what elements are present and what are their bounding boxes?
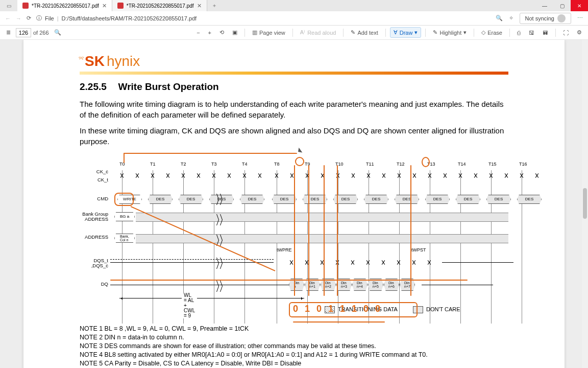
tick-label: T1 [150, 162, 156, 167]
annotation-bits: 01011100 [293, 304, 380, 313]
tab-title: *TR-20210526220855017.pdf [127, 3, 194, 9]
fullscreen-button[interactable]: ⛶ [560, 28, 572, 37]
cmd-cell: DES [486, 195, 511, 204]
tab-close-button[interactable]: ✕ [197, 3, 202, 9]
info-icon: ⓘ [36, 14, 42, 22]
sync-button[interactable]: Not syncing [520, 13, 571, 24]
address-bar: ← → ⟳ ⓘ File | D:/Stuff/datasheets/RAM/T… [0, 11, 588, 26]
cmd-cell: DES [456, 195, 480, 204]
window-titlebar: ▭ *TR-20210526220855017.pdf ✕ *TR-202105… [0, 0, 588, 11]
browser-tab-1[interactable]: *TR-20210526220855017.pdf ✕ [112, 0, 207, 11]
tick-label: T15 [488, 162, 497, 167]
cmd-row: WRITEDESDESDESDESDESDESDESDESDESDESDESDE… [110, 195, 498, 205]
note-line: NOTE 5 CA Parity = Disable, CS to CA Lat… [80, 359, 508, 368]
header-rule [80, 72, 508, 75]
settings-icon[interactable]: ⚙ [574, 28, 585, 37]
annotation-circle-t9 [295, 157, 304, 166]
section-number: 2.25.5 [80, 81, 107, 92]
annotation-bit: 1 [328, 304, 333, 313]
read-aloud-button[interactable]: A⁾ Read aloud [297, 28, 339, 37]
label-dq: DQ [80, 282, 108, 287]
logo: ୨୧ SK hynix [80, 45, 508, 68]
timing-diagram: CK_c CK_t CMD Bank Group ADDRESS ADDRESS… [80, 153, 498, 319]
note-line: NOTE 3 DES commands are shown for ease o… [80, 342, 508, 351]
window-maximize-button[interactable]: ▢ [553, 0, 571, 11]
logo-sk: SK [85, 54, 105, 68]
contents-icon[interactable]: ≣ [3, 28, 14, 37]
tick-label: T4 [242, 162, 248, 167]
annotation-bit: 0 [316, 304, 322, 313]
highlight-button[interactable]: ✎ Highlight ▾ [430, 28, 470, 37]
ck-waveform [110, 168, 498, 185]
tab-actions-button[interactable]: ▭ [0, 0, 17, 11]
tick-label: T3 [211, 162, 217, 167]
chevron-down-icon: ▾ [414, 29, 418, 36]
page-view-button[interactable]: ▥ Page view [249, 28, 288, 37]
label-ck-c: CK_c [80, 169, 108, 174]
favorites-icon[interactable]: ✧ [509, 15, 513, 21]
menu-icon[interactable]: ⋯ [577, 15, 583, 21]
back-button[interactable]: ← [5, 15, 11, 21]
page-total: of 266 [33, 30, 49, 36]
pdf-icon [117, 3, 124, 9]
new-tab-button[interactable]: ＋ [207, 0, 222, 11]
url-field[interactable]: ⓘ File | D:/Stuff/datasheets/RAM/TR-2021… [36, 14, 491, 22]
cmd-cell: DES [148, 195, 173, 204]
zoom-icon[interactable]: 🔍 [496, 15, 503, 21]
draw-button[interactable]: ∀ Draw ▾ [390, 27, 422, 38]
tick-label: T8 [274, 162, 280, 167]
pdf-viewport[interactable]: ୨୧ SK hynix 2.25.5 Write Burst Operation… [0, 40, 588, 368]
cmd-cell: DES [517, 195, 542, 204]
tick-label: T16 [519, 162, 527, 167]
bga-row: BG a [110, 212, 498, 222]
profile-icon [557, 14, 566, 22]
cmd-cell: DES [179, 195, 203, 204]
dq-row: DinnDinn+1Dinn+2Dinn+3Dinn+4Dinn+5Dinn+6… [110, 279, 498, 293]
label-ck-t: CK_t [80, 177, 108, 182]
section-heading: 2.25.5 Write Burst Operation [80, 82, 508, 91]
save-button[interactable]: 🖫 [526, 28, 537, 37]
fit-page-button[interactable]: ▣ [229, 28, 240, 37]
note-line: NOTE 4 BL8 setting activated by either M… [80, 351, 508, 359]
tab-close-button[interactable]: ✕ [102, 3, 107, 9]
notes-block: NOTE 1 BL = 8 ,WL = 9, AL = 0, CWL = 9, … [80, 325, 508, 367]
search-icon[interactable]: 🔍 [51, 28, 64, 37]
erase-button[interactable]: ◇ Erase [478, 28, 505, 37]
cmd-cell: DES [364, 195, 388, 204]
add-text-button[interactable]: ✎ Add text [348, 28, 381, 37]
window-minimize-button[interactable]: — [536, 0, 553, 11]
refresh-button[interactable]: ⟳ [27, 15, 31, 21]
annotation-bit: 1 [340, 304, 345, 313]
window-close-button[interactable]: ✕ [571, 0, 588, 11]
zoom-in-button[interactable]: + [205, 28, 214, 37]
scrollbar-vertical[interactable] [582, 40, 588, 368]
scrollbar-thumb[interactable] [583, 188, 587, 219]
print-button[interactable]: ⎙ [514, 28, 524, 37]
label-dqs: DQS_t ,DQS_c [80, 258, 108, 268]
browser-tab-0[interactable]: *TR-20210526220855017.pdf ✕ [17, 0, 112, 11]
zoom-out-button[interactable]: − [193, 28, 203, 37]
chevron-down-icon: ▾ [463, 29, 467, 36]
wl-text: WL = AL + CWL = 9 [182, 293, 197, 318]
paragraph-2: In these write timing diagram, CK and DQ… [80, 125, 508, 147]
sync-label: Not syncing [525, 15, 554, 21]
pen-cursor-icon [295, 149, 302, 156]
cmd-cell: DES [425, 195, 450, 204]
label-address: ADDRESS [80, 235, 108, 240]
annotation-bit: 1 [352, 304, 357, 313]
annotation-arc-top [124, 153, 297, 154]
annotation-bit: 0 [363, 304, 369, 313]
annotation-bit: 0 [293, 304, 298, 313]
save-as-button[interactable]: 🖬 [540, 28, 551, 37]
cmd-cell: DES [272, 195, 297, 204]
url-scheme: File [45, 15, 54, 21]
forward-button[interactable]: → [16, 15, 21, 21]
note-line: NOTE 1 BL = 8 ,WL = 9, AL = 0, CWL = 9, … [80, 325, 508, 333]
param-twpre: tWPRE [277, 248, 292, 252]
rotate-button[interactable]: ⟲ [216, 28, 227, 37]
paragraph-1: The following write timing diagram is to… [80, 99, 508, 120]
page-number-input[interactable] [16, 28, 31, 37]
tab-title: *TR-20210526220855017.pdf [32, 3, 99, 9]
tick-label: T12 [397, 162, 405, 167]
note-line: NOTE 2 DIN n = data-in to column n. [80, 333, 508, 342]
